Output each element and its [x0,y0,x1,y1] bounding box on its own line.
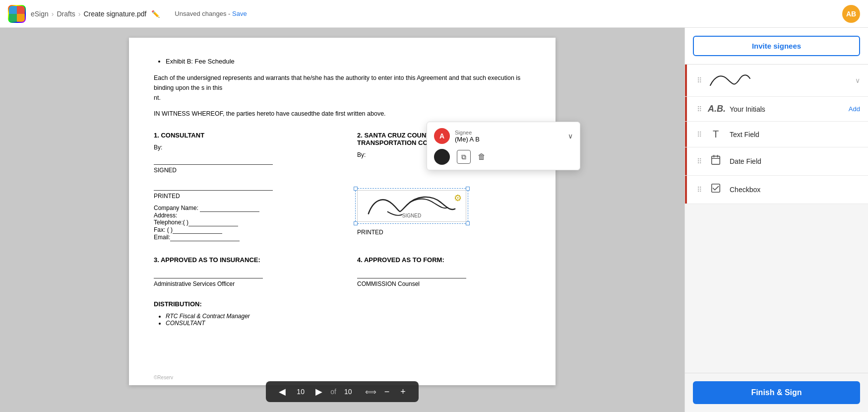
telephone-field: Telephone:( ) [154,219,327,226]
signee-name: (Me) A B [455,136,563,143]
signee-popup[interactable]: A Signee (Me) A B ∨ ⧉ 🗑 [427,122,580,170]
zoom-out-button[interactable]: − [381,386,393,398]
drag-handle-text-field[interactable]: ⠿ [697,131,702,138]
distribution-section: DISTRIBUTION: RTC Fiscal & Contract Mana… [154,300,531,327]
drag-handle-checkbox[interactable]: ⠿ [697,186,702,194]
by-label-1: By: [154,144,327,151]
signature-item-chevron[interactable]: ∨ [855,76,860,84]
sig-area-container[interactable]: SIGNED ⚙ [357,190,466,222]
pdf-viewer[interactable]: Exhibit B: Fee Schedule Each of the unde… [0,28,684,412]
exhibit-section: Exhibit B: Fee Schedule [154,58,531,65]
text-field-icon: T [708,129,724,140]
insurance-block: 3. APPROVED AS TO INSURANCE: Administrat… [154,251,327,292]
breadcrumb-sep2: › [78,10,81,18]
reserved-text: ©Reserv [154,375,173,380]
section4-label: 4. APPROVED AS TO FORM: [357,256,531,264]
sidebar-top: Invite signees [685,28,868,65]
invite-signees-button[interactable]: Invite signees [693,36,860,56]
breadcrumb-esign[interactable]: eSign [31,10,49,18]
printed-label-2: PRINTED [357,227,531,236]
sidebar-item-signature[interactable]: ⠿ ∨ [685,65,868,97]
insurance-line [154,269,263,278]
initials-icon: A.B. [708,104,724,114]
app-logo[interactable] [8,5,26,23]
sidebar-item-initials[interactable]: ⠿ A.B. Your Initials Add [685,97,868,122]
zoom-in-button[interactable]: + [397,386,409,398]
finish-sign-button[interactable]: Finish & Sign [693,381,860,404]
save-link[interactable]: Save [232,10,247,17]
initials-add-button[interactable]: Add [849,105,860,113]
signed-label-1: SIGNED [154,167,327,174]
finish-btn-wrapper: Finish & Sign [685,373,868,412]
address-field: Address: [154,212,327,219]
sidebar-item-text-field[interactable]: ⠿ T Text Field [685,122,868,147]
resize-handle-br[interactable] [466,221,470,225]
initials-label: Your Initials [730,105,843,113]
fax-field: Fax: ( ) [154,226,327,234]
breadcrumb: eSign › Drafts › Create signature.pdf ✏️ [31,10,160,18]
form-block: 4. APPROVED AS TO FORM: COMMISSION Couns… [357,251,531,292]
resize-handle-bl[interactable] [354,221,358,225]
admin-officer-label: Administrative Services Officer [154,280,327,287]
sidebar-item-date-field[interactable]: ⠿ Date Field [685,147,868,176]
accent-bar-signature [685,65,687,96]
pdf-page: Exhibit B: Fee Schedule Each of the unde… [129,38,556,385]
signed-watermark: SIGNED [402,213,421,218]
edit-icon[interactable]: ✏️ [151,10,160,18]
drag-handle-initials[interactable]: ⠿ [697,105,702,113]
signee-avatar: A [434,128,450,144]
page-nav: ◀ 10 ▶ of 10 ⟺ − + [266,381,419,402]
printed-label-1: PRINTED [154,193,327,200]
breadcrumb-sep1: › [52,10,54,18]
next-page-button[interactable]: ▶ [312,385,325,398]
signee-dropdown-chevron[interactable]: ∨ [568,132,573,140]
breadcrumb-drafts[interactable]: Drafts [57,10,75,18]
section3-label: 3. APPROVED AS TO INSURANCE: [154,256,327,264]
signature-preview [708,71,752,89]
total-pages: 10 [341,388,355,396]
checkbox-label: Checkbox [730,186,860,194]
email-field: Email: [154,234,327,241]
drag-handle-date-field[interactable]: ⠿ [697,157,702,165]
prev-page-button[interactable]: ◀ [276,385,289,398]
accent-bar-text-field [685,122,687,147]
para1: Each of the undersigned represents and w… [154,73,531,103]
consultant-sig-block: 1. CONSULTANT By: SIGNED PRINTED Company… [154,127,327,241]
signee-popup-header: A Signee (Me) A B ∨ [434,128,573,144]
signature-preview-svg [708,71,752,89]
duplicate-button[interactable]: ⧉ [457,150,471,164]
signee-info: Signee (Me) A B [455,130,563,143]
exhibit-bullet: Exhibit B: Fee Schedule [166,58,531,65]
accent-bar-date-field [685,147,687,175]
topbar: eSign › Drafts › Create signature.pdf ✏️… [0,0,868,28]
page-separator: of [330,388,336,396]
sidebar-item-checkbox[interactable]: ⠿ Checkbox [685,176,868,204]
drag-handle-signature[interactable]: ⠿ [697,76,702,84]
accent-bar-checkbox [685,176,687,204]
resize-handle-tr[interactable] [466,187,470,191]
color-picker-button[interactable] [434,149,450,165]
sig-image-area[interactable]: SIGNED ⚙ [357,190,466,222]
printed-line-1 [154,179,273,191]
user-avatar[interactable]: AB [842,5,860,23]
accent-bar-initials [685,97,687,121]
commission-sig-block: 2. SANTA CRUZ COUNTY REGIONAL TRANSPORTA… [357,127,531,241]
company-field: Company Name: [154,205,327,212]
delete-button[interactable]: 🗑 [478,152,486,161]
section1-label: 1. CONSULTANT [154,132,327,139]
date-field-icon [708,154,724,168]
approval-row: 3. APPROVED AS TO INSURANCE: Administrat… [154,251,531,292]
svg-rect-0 [712,156,720,165]
breadcrumb-file: Create signature.pdf [84,10,147,18]
para2: IN WITNESS WHEREOF, the parties hereto h… [154,109,531,119]
fit-page-icon[interactable]: ⟺ [365,387,376,397]
checkbox-icon [708,183,724,197]
gear-icon[interactable]: ⚙ [454,193,462,204]
sidebar-items: ⠿ ∨ ⠿ A.B. Your Initials Add [685,65,868,373]
commission-counsel-label: COMMISSION Counsel [357,280,531,287]
signatures-row: 1. CONSULTANT By: SIGNED PRINTED Company… [154,127,531,241]
signee-actions: ⧉ 🗑 [434,149,573,165]
current-page: 10 [294,388,308,396]
signed-line-1 [154,153,273,165]
signee-role: Signee [455,130,563,136]
